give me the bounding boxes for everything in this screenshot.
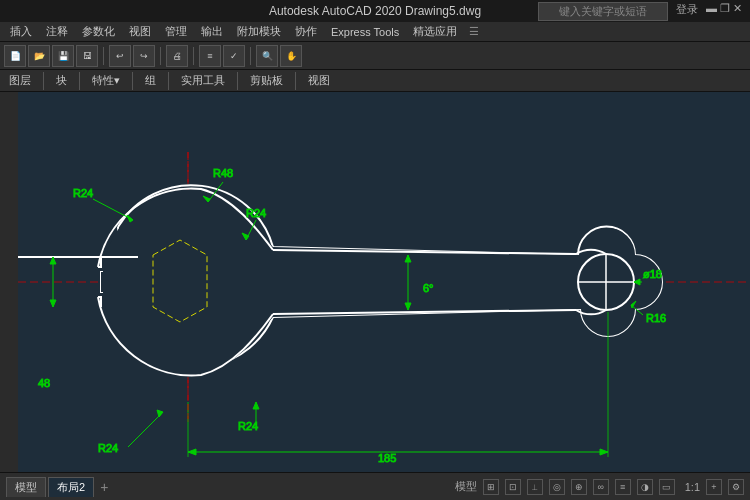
menu-manage[interactable]: 管理	[159, 23, 193, 40]
status-scale: 1:1	[685, 481, 700, 493]
tb-new[interactable]: 📄	[4, 45, 26, 67]
tb2-clipboard[interactable]: 剪贴板	[245, 72, 288, 89]
search-box[interactable]: 键入关键字或短语	[538, 2, 668, 21]
sep10	[295, 72, 296, 90]
dim-48: 48	[38, 377, 50, 389]
window-controls[interactable]: ▬ ❐ ✕	[706, 2, 742, 21]
menu-bar: 插入 注释 参数化 视图 管理 输出 附加模块 协作 Express Tools…	[0, 22, 750, 42]
sep9	[237, 72, 238, 90]
tb-open[interactable]: 📂	[28, 45, 50, 67]
menu-view[interactable]: 视图	[123, 23, 157, 40]
tb-properties[interactable]: ≡	[199, 45, 221, 67]
tb2-util[interactable]: 实用工具	[176, 72, 230, 89]
sep5	[43, 72, 44, 90]
sep4	[250, 47, 251, 65]
sep2	[160, 47, 161, 65]
toolbar2: 图层 块 特性▾ 组 实用工具 剪贴板 视图	[0, 70, 750, 92]
tb-redo[interactable]: ↪	[133, 45, 155, 67]
status-osnap[interactable]: ⊕	[571, 479, 587, 495]
sep1	[103, 47, 104, 65]
status-otrack[interactable]: ∞	[593, 479, 609, 495]
tb-save[interactable]: 💾	[52, 45, 74, 67]
status-snap[interactable]: ⊡	[505, 479, 521, 495]
status-ortho[interactable]: ⟂	[527, 479, 543, 495]
status-polar[interactable]: ◎	[549, 479, 565, 495]
tab-model[interactable]: 模型	[6, 477, 46, 497]
dim-185: 185	[378, 452, 396, 464]
dim-r24-botleft: R24	[98, 442, 118, 454]
signin-btn[interactable]: 登录	[676, 2, 698, 21]
add-tab-btn[interactable]: +	[100, 479, 108, 495]
tb2-block[interactable]: 块	[51, 72, 72, 89]
dim-r24-topright: R24	[246, 207, 266, 219]
tab-layout2[interactable]: 布局2	[48, 477, 94, 497]
dim-r24-topleft: R24	[73, 187, 93, 199]
title-bar: Autodesk AutoCAD 2020 Drawing5.dwg 键入关键字…	[0, 0, 750, 22]
tb-plot[interactable]: 🖨	[166, 45, 188, 67]
status-model-label: 模型	[455, 479, 477, 494]
drawing-canvas[interactable]: R24 R48 R24 ø18 R16 6°	[18, 92, 750, 472]
toolbar: 📄 📂 💾 🖫 ↩ ↪ 🖨 ≡ ✓ 🔍 ✋	[0, 42, 750, 70]
status-selection[interactable]: ▭	[659, 479, 675, 495]
status-grid[interactable]: ⊞	[483, 479, 499, 495]
status-lineweight[interactable]: ≡	[615, 479, 631, 495]
sep8	[168, 72, 169, 90]
dim-angle: 6°	[423, 282, 434, 294]
dim-r48: R48	[213, 167, 233, 179]
menu-parametric[interactable]: 参数化	[76, 23, 121, 40]
tb-saveas[interactable]: 🖫	[76, 45, 98, 67]
tb2-group[interactable]: 组	[140, 72, 161, 89]
title-right-controls: 键入关键字或短语 登录 ▬ ❐ ✕	[538, 2, 742, 21]
tb2-view2[interactable]: 视图	[303, 72, 335, 89]
status-transparency[interactable]: ◑	[637, 479, 653, 495]
menu-addins[interactable]: 附加模块	[231, 23, 287, 40]
menu-express-tools[interactable]: Express Tools	[325, 25, 405, 39]
sep3	[193, 47, 194, 65]
status-right: 模型 ⊞ ⊡ ⟂ ◎ ⊕ ∞ ≡ ◑ ▭ 1:1 + ⚙	[455, 479, 744, 495]
menu-extra[interactable]: ☰	[469, 25, 479, 38]
menu-featured[interactable]: 精选应用	[407, 23, 463, 40]
dim-r16: R16	[646, 312, 666, 324]
status-bar: 模型 布局2 + 模型 ⊞ ⊡ ⟂ ◎ ⊕ ∞ ≡ ◑ ▭ 1:1 + ⚙	[0, 472, 750, 500]
tb-pan[interactable]: ✋	[280, 45, 302, 67]
menu-annotate[interactable]: 注释	[40, 23, 74, 40]
sep6	[79, 72, 80, 90]
tb2-layer[interactable]: 图层	[4, 72, 36, 89]
tb2-prop[interactable]: 特性▾	[87, 72, 125, 89]
tb-matchprop[interactable]: ✓	[223, 45, 245, 67]
tb-zoom[interactable]: 🔍	[256, 45, 278, 67]
status-zoom[interactable]: +	[706, 479, 722, 495]
tb-undo[interactable]: ↩	[109, 45, 131, 67]
menu-output[interactable]: 输出	[195, 23, 229, 40]
sep7	[132, 72, 133, 90]
cad-drawing: R24 R48 R24 ø18 R16 6°	[18, 92, 750, 472]
window-title: Autodesk AutoCAD 2020 Drawing5.dwg	[269, 4, 481, 18]
menu-collaborate[interactable]: 协作	[289, 23, 323, 40]
menu-insert[interactable]: 插入	[4, 23, 38, 40]
dim-dia18: ø18	[643, 268, 662, 280]
dim-r24-botcenter: R24	[238, 420, 258, 432]
status-settings[interactable]: ⚙	[728, 479, 744, 495]
